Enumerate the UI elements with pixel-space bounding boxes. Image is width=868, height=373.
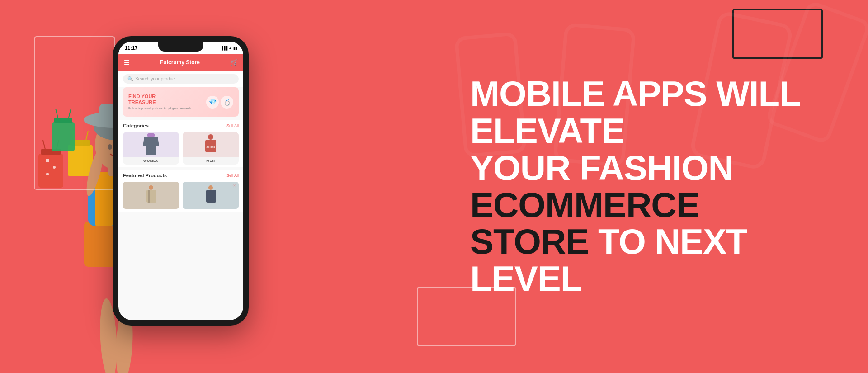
- phone-screen: 11:17 ▐▐▐ ▲ ▮▮ ☰ Fulcrumy Store 🛒 🔍 Sear…: [118, 42, 243, 320]
- featured-title: Featured Products: [123, 173, 167, 178]
- svg-line-6: [43, 140, 45, 149]
- category-women[interactable]: WOMEN: [123, 132, 179, 165]
- categories-section: Categories Sell All WOMEN: [118, 120, 243, 167]
- phone-notch: [158, 42, 203, 52]
- svg-point-38: [208, 134, 213, 140]
- hero-line3-dark: STORE: [470, 222, 589, 261]
- search-container: 🔍 Search your product: [118, 71, 243, 87]
- banner-jewelry-image: 💎 💍: [206, 96, 233, 109]
- svg-line-18: [69, 109, 71, 118]
- featured-section: Featured Products Sell All: [118, 170, 243, 212]
- hero-line2-dark: ECOMMERCE: [470, 185, 699, 225]
- hero-line-3: STORE TO NEXT LEVEL: [470, 223, 859, 297]
- app-header: ☰ Fulcrumy Store 🛒: [118, 54, 243, 71]
- battery-icon: ▮▮: [233, 46, 237, 50]
- products-grid: ♡: [123, 182, 239, 209]
- svg-marker-36: [143, 137, 159, 146]
- hero-text: MOBILE APPS WILL ELEVATE YOUR FASHION EC…: [470, 76, 859, 297]
- categories-header: Categories Sell All: [123, 123, 239, 128]
- svg-rect-35: [147, 133, 155, 137]
- svg-rect-4: [38, 154, 63, 188]
- banner-subtitle: Follow top jewelry shops & get great rew…: [128, 106, 206, 110]
- categories-grid: WOMEN adidas MEN: [123, 132, 239, 165]
- featured-header: Featured Products Sell All: [123, 173, 239, 178]
- promo-banner[interactable]: FIND YOURTREASURE Follow top jewelry sho…: [123, 87, 239, 117]
- hamburger-icon[interactable]: ☰: [124, 59, 130, 66]
- hero-line2-white: YOUR FASHION: [470, 148, 733, 188]
- search-placeholder: Search your product: [135, 76, 176, 81]
- app-header-title: Fulcrumy Store: [160, 59, 200, 66]
- signal-icon: ▐▐▐: [221, 46, 227, 50]
- hero-line-1: MOBILE APPS WILL ELEVATE: [470, 76, 859, 150]
- heart-icon[interactable]: ♡: [232, 184, 236, 189]
- hero-line-2: YOUR FASHION ECOMMERCE: [470, 150, 859, 224]
- status-icons: ▐▐▐ ▲ ▮▮: [221, 46, 237, 50]
- product-image-2: [183, 182, 239, 209]
- hero-section: MOBILE APPS WILL ELEVATE YOUR FASHION EC…: [434, 0, 868, 373]
- svg-line-17: [56, 109, 58, 118]
- status-time: 11:17: [125, 45, 137, 51]
- product-image-1: [123, 182, 179, 209]
- wifi-icon: ▲: [228, 46, 232, 50]
- svg-rect-16: [54, 118, 72, 123]
- banner-title: FIND YOURTREASURE: [128, 94, 206, 105]
- svg-point-8: [46, 159, 49, 162]
- svg-point-31: [108, 144, 112, 150]
- svg-rect-15: [52, 122, 75, 151]
- phone-mockup: 11:17 ▐▐▐ ▲ ▮▮ ☰ Fulcrumy Store 🛒 🔍 Sear…: [113, 36, 249, 330]
- category-men-image: adidas: [183, 132, 239, 157]
- svg-point-9: [53, 166, 56, 169]
- svg-point-44: [208, 185, 213, 190]
- featured-sell-all[interactable]: Sell All: [226, 173, 239, 178]
- search-icon: 🔍: [127, 76, 133, 81]
- svg-text:adidas: adidas: [206, 146, 215, 148]
- jewelry-necklace: 💎: [206, 96, 219, 109]
- svg-point-10: [46, 173, 49, 175]
- svg-rect-45: [206, 190, 216, 203]
- phone-outer: 11:17 ▐▐▐ ▲ ▮▮ ☰ Fulcrumy Store 🛒 🔍 Sear…: [113, 36, 249, 326]
- banner-text: FIND YOURTREASURE Follow top jewelry sho…: [128, 94, 206, 110]
- category-women-image: [123, 132, 179, 157]
- category-men[interactable]: adidas MEN: [183, 132, 239, 165]
- svg-line-14: [86, 131, 88, 140]
- svg-rect-37: [146, 146, 156, 155]
- category-women-label: WOMEN: [123, 157, 179, 165]
- product-item-2[interactable]: ♡: [183, 182, 239, 209]
- categories-title: Categories: [123, 123, 149, 128]
- svg-rect-43: [148, 190, 150, 203]
- search-bar[interactable]: 🔍 Search your product: [123, 74, 239, 84]
- product-item-1[interactable]: [123, 182, 179, 209]
- svg-point-41: [149, 185, 153, 190]
- jewelry-ring: 💍: [221, 96, 233, 109]
- cart-icon[interactable]: 🛒: [230, 59, 238, 66]
- categories-sell-all[interactable]: Sell All: [226, 123, 239, 128]
- category-men-label: MEN: [183, 157, 239, 165]
